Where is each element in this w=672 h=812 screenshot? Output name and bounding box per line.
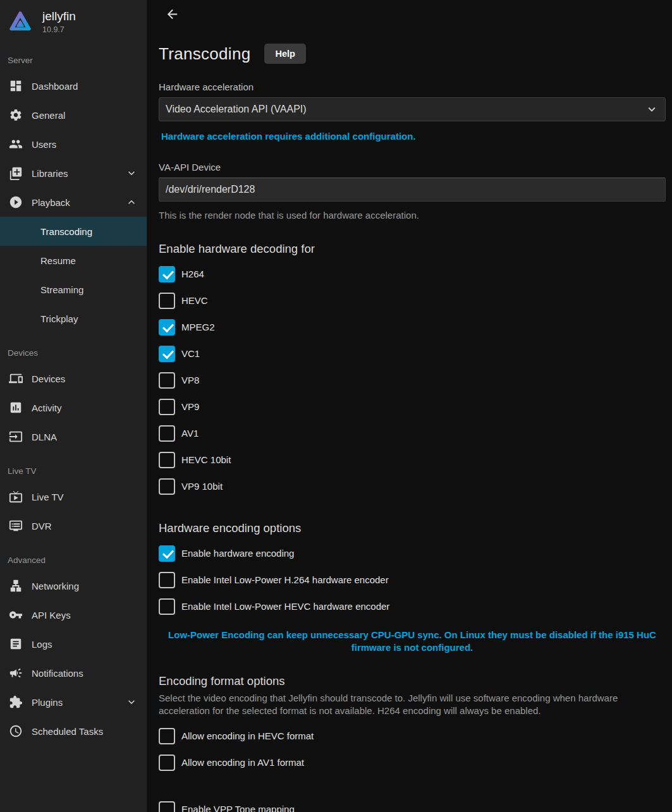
topbar — [147, 0, 672, 28]
sidebar-item-devices[interactable]: Devices — [0, 364, 147, 393]
checkbox-row-vp8[interactable]: VP8 — [159, 372, 666, 389]
sidebar-item-libraries[interactable]: Libraries — [0, 159, 147, 188]
sidebar-item-dlna[interactable]: DLNA — [0, 422, 147, 451]
decoding-section-heading: Enable hardware decoding for — [159, 242, 666, 256]
enable-intel-low-power-hevc-hardware-encoder-checkbox[interactable] — [159, 598, 175, 615]
sidebar-item-playback[interactable]: Playback — [0, 188, 147, 217]
checkbox-row-mpeg2[interactable]: MPEG2 — [159, 318, 666, 336]
sidebar-subitem-streaming[interactable]: Streaming — [0, 275, 147, 304]
devices-icon — [9, 372, 23, 385]
tone-mapping-row[interactable]: Enable VPP Tone mapping — [159, 801, 666, 812]
sidebar-item-activity[interactable]: Activity — [0, 393, 147, 422]
checkbox-row-hevc[interactable]: HEVC — [159, 292, 666, 309]
sidebar-item-label: Plugins — [32, 697, 63, 708]
enable-intel-low-power-h-264-hardware-encoder-checkbox[interactable] — [159, 572, 175, 588]
sidebar-item-users[interactable]: Users — [0, 130, 147, 159]
sidebar-item-plugins[interactable]: Plugins — [0, 688, 147, 717]
h264-checkbox[interactable] — [159, 266, 175, 282]
sidebar-item-api-keys[interactable]: API Keys — [0, 600, 147, 629]
vp9-10bit-checkbox[interactable] — [159, 478, 175, 495]
checkbox-label: Enable Intel Low-Power H.264 hardware en… — [181, 574, 389, 585]
vaapi-device-input[interactable] — [159, 178, 666, 202]
tone-mapping-checkbox[interactable] — [159, 801, 175, 812]
vp8-checkbox[interactable] — [159, 372, 175, 389]
sidebar-item-label: API Keys — [32, 610, 71, 621]
back-button[interactable] — [164, 6, 181, 23]
input-icon — [9, 430, 23, 444]
checkbox-label: VP8 — [181, 375, 199, 385]
checkbox-row-av1[interactable]: AV1 — [159, 425, 666, 442]
checkbox-row-enable-intel-low-power-hevc-hardware-encoder[interactable]: Enable Intel Low-Power HEVC hardware enc… — [159, 598, 666, 615]
mpeg2-checkbox[interactable] — [159, 319, 175, 336]
sidebar-item-dvr[interactable]: DVR — [0, 511, 147, 540]
sidebar-item-logs[interactable]: Logs — [0, 629, 147, 658]
help-button[interactable]: Help — [264, 44, 305, 64]
checkbox-label: HEVC — [181, 295, 208, 306]
chevron-up-icon — [125, 196, 138, 209]
activity-chart-icon — [9, 401, 23, 415]
checkbox-label: HEVC 10bit — [181, 454, 231, 465]
sidebar-nav: ServerDashboardGeneralUsersLibrariesPlay… — [0, 40, 147, 746]
checkbox-row-vp9-10bit[interactable]: VP9 10bit — [159, 478, 666, 495]
section-label-live-tv: Live TV — [0, 451, 147, 482]
checkbox-row-allow-encoding-in-hevc-format[interactable]: Allow encoding in HEVC format — [159, 727, 666, 744]
checkbox-label: MPEG2 — [181, 322, 215, 332]
av1-checkbox[interactable] — [159, 425, 175, 442]
sidebar-item-dashboard[interactable]: Dashboard — [0, 71, 147, 100]
sidebar-subitem-transcoding[interactable]: Transcoding — [0, 217, 147, 246]
checkbox-row-enable-intel-low-power-h-264-hardware-encoder[interactable]: Enable Intel Low-Power H.264 hardware en… — [159, 571, 666, 588]
app-name: jellyfin — [42, 9, 76, 23]
users-icon — [9, 137, 23, 151]
vc1-checkbox[interactable] — [159, 346, 175, 362]
page-title: Transcoding — [159, 44, 250, 64]
dashboard-icon — [9, 79, 23, 93]
checkbox-label: Allow encoding in AV1 format — [181, 757, 304, 768]
vp9-checkbox[interactable] — [159, 399, 175, 415]
format-section-description: Select the video encoding that Jellyfin … — [159, 692, 658, 717]
hevc-10bit-checkbox[interactable] — [159, 452, 175, 468]
play-circle-icon — [9, 195, 23, 209]
sidebar-subitem-trickplay[interactable]: Trickplay — [0, 304, 147, 333]
checkbox-row-vp9[interactable]: VP9 — [159, 398, 666, 415]
checkbox-label: VP9 10bit — [181, 481, 223, 492]
checkbox-row-allow-encoding-in-av1-format[interactable]: Allow encoding in AV1 format — [159, 754, 666, 771]
vaapi-device-help: This is the render node that is used for… — [159, 210, 666, 221]
main-panel: Transcoding Help Hardware acceleration V… — [147, 0, 672, 812]
hardware-acceleration-select[interactable]: Video Acceleration API (VAAPI) — [159, 97, 666, 121]
checkbox-row-hevc-10bit[interactable]: HEVC 10bit — [159, 451, 666, 468]
chevron-down-icon — [125, 167, 138, 179]
network-icon — [9, 579, 23, 593]
checkbox-row-enable-hardware-encoding[interactable]: Enable hardware encoding — [159, 545, 666, 562]
hevc-checkbox[interactable] — [159, 293, 175, 309]
sidebar-item-label: DLNA — [32, 432, 57, 442]
jellyfin-logo-icon — [8, 9, 33, 34]
checkbox-row-vc1[interactable]: VC1 — [159, 345, 666, 362]
allow-encoding-in-av1-format-checkbox[interactable] — [159, 754, 175, 771]
sidebar-item-notifications[interactable]: Notifications — [0, 658, 147, 688]
sidebar-item-label: Notifications — [32, 668, 83, 679]
sidebar-subitem-resume[interactable]: Resume — [0, 246, 147, 275]
sidebar-item-networking[interactable]: Networking — [0, 571, 147, 600]
enable-hardware-encoding-checkbox[interactable] — [159, 545, 175, 562]
sidebar-item-label: Activity — [32, 403, 62, 413]
sidebar-item-label: Scheduled Tasks — [32, 726, 103, 737]
sidebar: jellyfin 10.9.7 ServerDashboardGeneralUs… — [0, 0, 147, 812]
clock-icon — [9, 724, 23, 738]
low-power-warning: Low-Power Encoding can keep unnecessary … — [159, 629, 666, 654]
sidebar-item-label: Devices — [32, 373, 65, 384]
sidebar-item-label: Users — [32, 139, 56, 150]
section-label-devices: Devices — [0, 333, 147, 364]
sidebar-item-label: Libraries — [32, 168, 68, 179]
document-icon — [9, 637, 23, 651]
format-section-heading: Encoding format options — [159, 674, 666, 688]
sidebar-item-scheduled-tasks[interactable]: Scheduled Tasks — [0, 717, 147, 746]
checkbox-label: H264 — [181, 269, 204, 279]
sidebar-item-label: Logs — [32, 639, 52, 650]
allow-encoding-in-hevc-format-checkbox[interactable] — [159, 728, 175, 744]
key-icon — [9, 608, 23, 622]
sidebar-item-general[interactable]: General — [0, 100, 147, 130]
checkbox-label: AV1 — [181, 428, 199, 439]
arrow-back-icon — [165, 7, 180, 21]
sidebar-item-live-tv[interactable]: Live TV — [0, 482, 147, 511]
checkbox-row-h264[interactable]: H264 — [159, 265, 666, 282]
